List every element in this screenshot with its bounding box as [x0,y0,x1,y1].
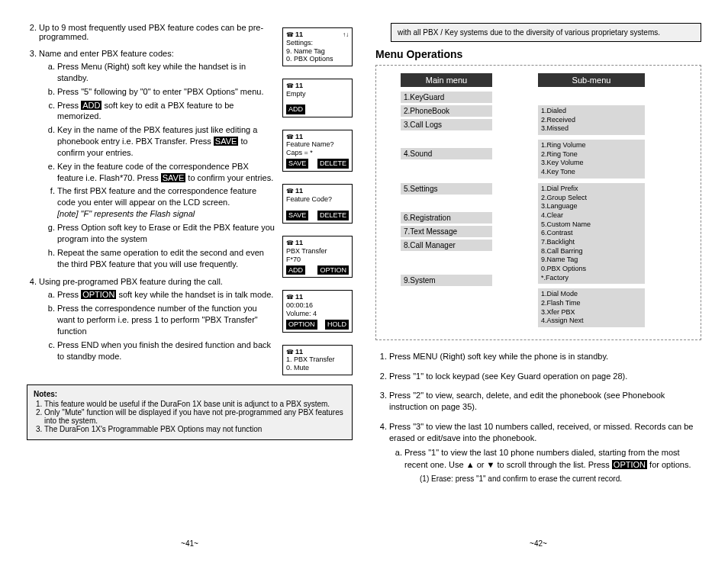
main-menu-header: Main menu [401,73,492,87]
sub-menu-header: Sub-menu [538,73,645,87]
left-main-list: Up to 9 most frequently used PBX feature… [27,23,276,362]
mm-registration: 6.Registration [401,212,492,224]
note-1: This feature would be useful if the Dura… [44,400,346,408]
item-4: Using pre-programed PBX feature during t… [39,277,276,362]
step-g: Press Option soft key to Erase or Edit t… [57,222,276,245]
lcd-2: 11EmptyADD [282,79,353,117]
add-key: ADD [81,101,101,110]
down-arrow-icon: ▼ [487,460,495,469]
sub-settings: 1.Dial Prefix 2.Group Select 3.Language … [538,183,645,285]
option-key: OPTION [612,460,647,469]
save-key: SAVE [161,173,186,182]
mm-sound: 4.Sound [401,148,492,159]
manual-spread: Up to 9 most frequently used PBX feature… [0,0,728,563]
step-h: Repeat the same operation to edit the se… [57,247,276,270]
notes-title: Notes: [34,390,57,398]
step-d: Key in the name of the PBX features just… [57,124,276,159]
rstep-4: Press "3" to view the last 10 numbers ca… [389,421,701,485]
right-page: with all PBX / Key systems due to the di… [364,23,713,548]
rstep-4a-1: (1) Erase: press "1" and confirm to eras… [420,474,701,484]
top-note-box: with all PBX / Key systems due to the di… [391,23,701,42]
step-c: Press ADD soft key to edit a PBX feature… [57,100,276,123]
lcd-mockups: 11↑↓Settings:9. Name Tag0. PBX Options 1… [282,23,353,375]
sub-calllogs: 1.Dialed 2.Received 3.Missed [538,105,645,135]
notes-box: Notes: This feature would be useful if t… [27,384,353,440]
mm-phonebook: 2.PhoneBook [401,105,492,117]
mm-textmessage: 7.Text Message [401,226,492,237]
menu-diagram: Main menu 1.KeyGuard 2.PhoneBook 3.Call … [375,65,701,340]
step4-a: Press OPTION soft key while the handset … [57,289,276,301]
mm-calllogs: 3.Call Logs [401,119,492,130]
rstep-3: Press "2" to view, search, delete, and e… [389,390,701,413]
rstep-2: Press "1" to lock keypad (see Key Guard … [389,371,701,382]
item-2: Up to 9 most frequently used PBX feature… [39,23,276,41]
option-key: OPTION [81,290,116,299]
rstep-1: Press MENU (Right) soft key while the ph… [389,351,701,362]
mm-keyguard: 1.KeyGuard [401,92,492,103]
sub-system: 1.Dial Mode 2.Flash Time 3.Xfer PBX 4.As… [538,288,645,327]
rstep-4a: Press "1" to view the last 10 phone numb… [404,447,701,484]
save-key: SAVE [214,137,239,146]
page-number-left: ~41~ [15,539,364,548]
lcd-4: 11Feature Code?SAVEDELETE [282,184,353,224]
sub-sound: 1.Ring Volume 2.Ring Tone 3.Key Volume 4… [538,140,645,179]
step4-b: Press the correspondence number of the f… [57,303,276,337]
right-steps: Press MENU (Right) soft key while the ph… [375,351,701,484]
flash-note: [note] "F" represents the Flash signal [57,208,276,220]
left-page: Up to 9 most frequently used PBX feature… [15,23,364,548]
step-f: The first PBX feature and the correspond… [57,185,276,220]
step4-c: Press END when you finish the desired fu… [57,339,276,362]
menu-operations-heading: Menu Operations [375,48,701,60]
note-3: The DuraFon 1X's Programmable PBX Option… [44,425,346,433]
item-3: Name and enter PBX feature codes: Press … [39,49,276,269]
mm-system: 9.System [401,275,492,286]
step-a: Press Menu (Right) soft key while the ha… [57,61,276,84]
lcd-5: 11PBX TransferF*70ADDOPTION [282,236,353,278]
lcd-6: 1100:00:16Volume: 4OPTIONHOLD [282,290,353,332]
step-e: Key in the feature code of the correspon… [57,161,276,184]
lcd-1: 11↑↓Settings:9. Name Tag0. PBX Options [282,27,353,66]
lcd-3: 11Feature Name?Caps = *SAVEDELETE [282,130,353,172]
mm-settings: 5.Settings [401,183,492,195]
up-arrow-icon: ▲ [466,460,475,469]
step-b: Press "5" following by "0" to enter "PBX… [57,86,276,98]
mm-callmanager: 8.Call Manager [401,240,492,251]
note-2: Only "Mute" function will be displayed i… [44,408,346,425]
lcd-7: 111. PBX Transfer0. Mute [282,345,353,375]
page-number-right: ~42~ [364,539,713,548]
